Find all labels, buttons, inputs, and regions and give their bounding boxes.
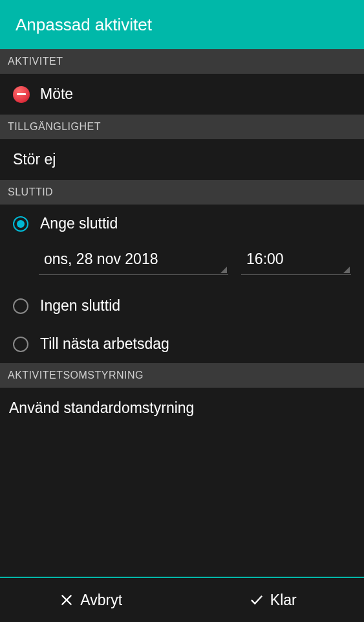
content: AKTIVITET Möte TILLGÄNGLIGHET Stör ej SL…: [0, 49, 364, 577]
radio-button-icon: [13, 337, 28, 352]
radio-label-next-workday: Till nästa arbetsdag: [40, 335, 169, 353]
footer: Avbryt Klar: [0, 578, 364, 622]
radio-label-set-endtime: Ange sluttid: [40, 215, 118, 232]
date-time-row: ons, 28 nov 2018 16:00: [0, 243, 364, 287]
radio-button-icon: [13, 298, 28, 314]
activity-value: Möte: [40, 85, 73, 103]
close-icon: [59, 593, 74, 607]
radio-set-endtime[interactable]: Ange sluttid: [0, 205, 364, 243]
radio-button-selected-icon: [13, 216, 28, 232]
cancel-button[interactable]: Avbryt: [0, 578, 182, 622]
forwarding-value: Använd standardomstyrning: [9, 399, 194, 416]
done-button[interactable]: Klar: [182, 578, 365, 622]
activity-row[interactable]: Möte: [0, 74, 364, 115]
section-header-availability: TILLGÄNGLIGHET: [0, 115, 364, 139]
date-picker[interactable]: ons, 28 nov 2018: [39, 245, 228, 275]
check-icon: [250, 593, 264, 607]
page-title: Anpassad aktivitet: [16, 15, 152, 35]
cancel-label: Avbryt: [80, 592, 122, 609]
section-header-forwarding: AKTIVITETSOMSTYRNING: [0, 363, 364, 388]
section-header-endtime: SLUTTID: [0, 180, 364, 205]
header: Anpassad aktivitet: [0, 0, 364, 49]
spacer: [0, 428, 364, 577]
radio-next-workday[interactable]: Till nästa arbetsdag: [0, 325, 364, 363]
done-label: Klar: [270, 592, 297, 609]
radio-label-no-endtime: Ingen sluttid: [40, 297, 120, 315]
forwarding-row[interactable]: Använd standardomstyrning: [0, 388, 364, 428]
availability-row[interactable]: Stör ej: [0, 139, 364, 180]
do-not-disturb-icon: [13, 86, 30, 103]
section-header-activity: AKTIVITET: [0, 49, 364, 74]
radio-no-endtime[interactable]: Ingen sluttid: [0, 287, 364, 325]
availability-value: Stör ej: [13, 151, 56, 168]
time-picker[interactable]: 16:00: [241, 245, 351, 275]
